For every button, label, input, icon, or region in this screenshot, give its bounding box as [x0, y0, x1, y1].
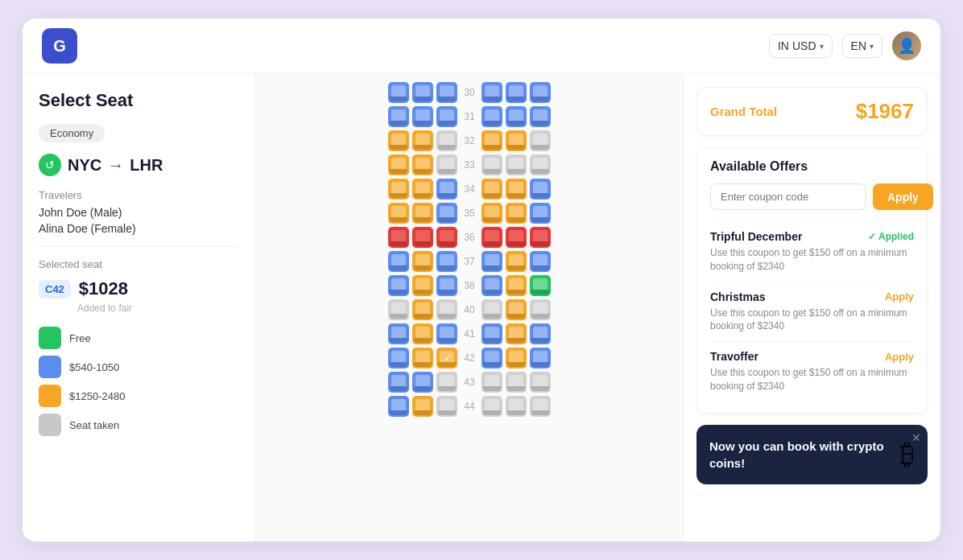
apply-button[interactable]: Apply [873, 183, 933, 210]
seat[interactable] [412, 372, 433, 393]
route-text: NYC → LHR [68, 156, 163, 175]
seat[interactable] [436, 227, 457, 248]
seat[interactable] [506, 396, 527, 417]
seat[interactable] [388, 179, 409, 200]
seat[interactable] [506, 251, 527, 272]
seat[interactable] [388, 299, 409, 320]
seat[interactable] [436, 130, 457, 151]
seat[interactable] [506, 323, 527, 344]
seat[interactable] [530, 106, 551, 127]
seat[interactable] [388, 203, 409, 224]
seat[interactable] [482, 179, 502, 200]
seat[interactable] [530, 275, 551, 296]
seat[interactable] [530, 372, 551, 393]
seat[interactable] [530, 82, 551, 103]
seat[interactable] [412, 106, 433, 127]
seat[interactable] [506, 179, 527, 200]
seat[interactable] [482, 323, 502, 344]
seat[interactable] [388, 396, 409, 417]
seat[interactable] [436, 82, 457, 103]
apply-offer-button[interactable]: Apply [885, 290, 914, 303]
seat[interactable] [412, 323, 433, 344]
seat-group-right [482, 396, 551, 417]
seat[interactable] [530, 203, 551, 224]
seat-group-left [388, 299, 457, 320]
seat[interactable] [482, 275, 502, 296]
seat[interactable] [530, 323, 551, 344]
seat[interactable] [482, 372, 502, 393]
seat[interactable] [436, 203, 457, 224]
seat[interactable] [436, 106, 457, 127]
seat[interactable] [506, 275, 527, 296]
grand-total-card: Grand Total $1967 [696, 87, 928, 136]
seat[interactable] [388, 372, 409, 393]
seat[interactable] [482, 82, 502, 103]
close-icon[interactable]: ✕ [911, 431, 921, 444]
seat[interactable] [436, 372, 457, 393]
seat[interactable] [412, 130, 433, 151]
seat[interactable] [506, 348, 527, 369]
seat[interactable] [388, 275, 409, 296]
seat[interactable] [482, 106, 502, 127]
seat[interactable] [436, 275, 457, 296]
seat[interactable] [412, 275, 433, 296]
seat[interactable] [436, 154, 457, 175]
seat[interactable] [412, 179, 433, 200]
seat[interactable] [530, 227, 551, 248]
seat[interactable] [412, 154, 433, 175]
seat[interactable] [482, 130, 502, 151]
seat[interactable] [506, 299, 527, 320]
seat[interactable] [482, 203, 502, 224]
language-selector[interactable]: EN ▾ [842, 34, 882, 58]
seat[interactable] [482, 396, 502, 417]
seat[interactable] [482, 299, 502, 320]
seat[interactable] [412, 299, 433, 320]
seat[interactable] [388, 227, 409, 248]
seat[interactable] [436, 251, 457, 272]
main-content: Select Seat Economy ↺ NYC → LHR Traveler… [23, 74, 940, 541]
seat[interactable] [530, 348, 551, 369]
seat[interactable] [388, 130, 409, 151]
seat[interactable] [388, 82, 409, 103]
seat[interactable] [506, 130, 527, 151]
seat[interactable] [506, 82, 527, 103]
seat[interactable] [412, 82, 433, 103]
seat[interactable] [506, 372, 527, 393]
seat-row: 41 [324, 323, 614, 344]
avatar[interactable]: 👤 [892, 31, 921, 60]
seat[interactable] [506, 227, 527, 248]
seat[interactable] [530, 154, 551, 175]
seat[interactable] [436, 179, 457, 200]
currency-selector[interactable]: IN USD ▾ [769, 34, 833, 58]
seat[interactable] [412, 227, 433, 248]
seat[interactable] [506, 154, 527, 175]
seat[interactable] [530, 251, 551, 272]
seat[interactable] [482, 154, 502, 175]
seat[interactable] [530, 179, 551, 200]
seat[interactable] [412, 396, 433, 417]
seat[interactable] [506, 106, 527, 127]
seat[interactable]: ✓ [436, 348, 457, 369]
seat[interactable] [482, 348, 502, 369]
seat[interactable] [482, 227, 502, 248]
seat[interactable] [436, 396, 457, 417]
seat[interactable] [388, 154, 409, 175]
seat[interactable] [388, 323, 409, 344]
seat[interactable] [388, 348, 409, 369]
seat[interactable] [412, 203, 433, 224]
seat-group-left [388, 372, 457, 393]
seat[interactable] [530, 130, 551, 151]
seat[interactable] [436, 299, 457, 320]
seat[interactable] [388, 106, 409, 127]
seat[interactable] [412, 348, 433, 369]
seat[interactable] [436, 323, 457, 344]
offers-list: Tripful December ✓ Applied Use this coup… [710, 221, 914, 401]
apply-offer-button[interactable]: Apply [885, 351, 914, 363]
seat[interactable] [412, 251, 433, 272]
coupon-input[interactable] [710, 183, 866, 210]
seat[interactable] [506, 203, 527, 224]
seat[interactable] [482, 251, 502, 272]
seat[interactable] [388, 251, 409, 272]
seat[interactable] [530, 396, 551, 417]
seat[interactable] [530, 299, 551, 320]
